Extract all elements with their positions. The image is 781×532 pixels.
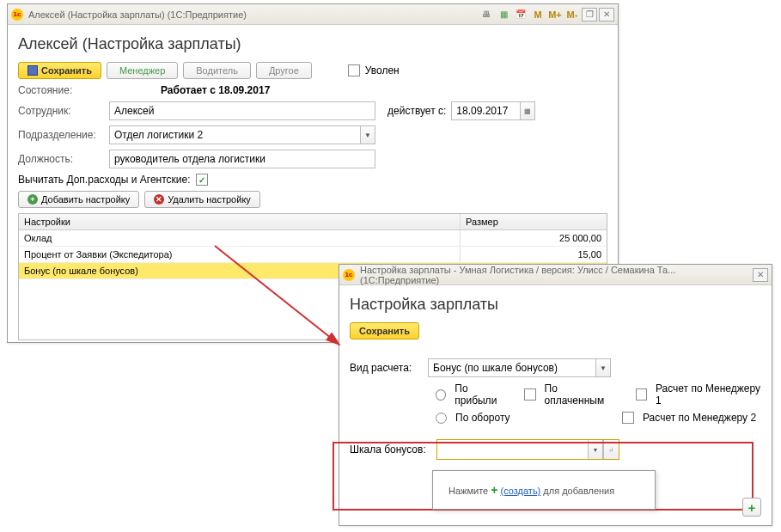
delete-setting-label: Удалить настройку [168, 194, 251, 205]
add-button[interactable]: + [742, 498, 761, 517]
paid-label: По оплаченным [545, 382, 615, 407]
deduct-label: Вычитать Доп.расходы и Агентские: [18, 174, 191, 186]
table-row[interactable]: Оклад 25 000,00 [19, 230, 607, 247]
app-icon: 1c [343, 269, 355, 281]
cell-name: Процент от Заявки (Экспедитора) [19, 247, 461, 262]
table-row[interactable]: Процент от Заявки (Экспедитора) 15,00 [19, 247, 607, 263]
dropdown-hint-panel: Нажмите + (создать) для добавления [432, 470, 656, 510]
mem-mplus-icon[interactable]: M+ [547, 8, 563, 21]
chevron-down-icon[interactable]: ▼ [595, 358, 611, 377]
radio-turnover[interactable] [436, 413, 447, 424]
dept-input[interactable] [109, 125, 360, 144]
calc-icon[interactable]: ▦ [496, 8, 511, 21]
detail-save-button[interactable]: Сохранить [350, 322, 419, 339]
plus-icon: + [491, 483, 497, 497]
print-icon[interactable]: 🖶 [479, 8, 494, 21]
tab-driver[interactable]: Водитель [183, 62, 251, 79]
valid-from-label: действует с: [387, 105, 446, 117]
tab-manager[interactable]: Менеджер [107, 62, 178, 79]
position-input[interactable] [109, 150, 375, 168]
employee-input[interactable] [109, 101, 375, 120]
restore-icon[interactable]: ❐ [582, 8, 597, 21]
employee-label: Сотрудник: [18, 105, 104, 117]
detail-titlebar: 1c Настройка зарплаты - Умная Логистика … [339, 265, 772, 285]
detail-heading: Настройка зарплаты [350, 296, 761, 314]
radio-turnover-label: По обороту [455, 412, 510, 424]
fired-label: Уволен [365, 64, 400, 76]
save-button[interactable]: Сохранить [18, 62, 101, 79]
fired-checkbox[interactable] [348, 64, 360, 76]
calc-type-input[interactable] [428, 358, 595, 377]
cross-icon: ✕ [154, 194, 164, 205]
radio-profit[interactable] [436, 389, 446, 401]
main-titlebar: 1c Алексей (Настройка зарплаты) (1С:Пред… [8, 4, 618, 25]
detail-title: Настройка зарплаты - Умная Логистика / в… [360, 265, 753, 285]
close-icon[interactable]: ✕ [753, 268, 768, 282]
position-label: Должность: [18, 153, 104, 165]
state-value: Работает с 18.09.2017 [161, 84, 270, 96]
create-link[interactable]: (создать) [500, 486, 540, 496]
delete-setting-button[interactable]: ✕ Удалить настройку [144, 191, 260, 208]
state-label: Состояние: [18, 84, 104, 96]
mgr1-checkbox[interactable] [636, 388, 647, 401]
mgr2-checkbox[interactable] [622, 412, 634, 424]
hint-prefix: Нажмите [448, 486, 491, 496]
radio-profit-label: По прибыли [455, 382, 509, 407]
deduct-checkbox[interactable] [196, 174, 208, 186]
cell-value: 25 000,00 [461, 230, 607, 246]
calendar-icon[interactable]: 📅 [513, 8, 528, 21]
close-icon[interactable]: ✕ [599, 8, 614, 21]
chevron-down-icon[interactable]: ▼ [360, 125, 375, 144]
mem-mminus-icon[interactable]: M- [564, 8, 580, 21]
calc-type-label: Вид расчета: [350, 362, 423, 374]
th-settings[interactable]: Настройки [19, 214, 461, 229]
cell-name: Оклад [19, 230, 461, 246]
date-picker-icon[interactable]: ▦ [520, 101, 535, 120]
mem-m-icon[interactable]: M [530, 8, 546, 21]
save-icon [27, 65, 38, 76]
add-setting-button[interactable]: + Добавить настройку [18, 191, 139, 208]
plus-icon: + [748, 500, 756, 515]
mgr1-label: Расчет по Менеджеру 1 [656, 382, 761, 407]
page-heading: Алексей (Настройка зарплаты) [18, 35, 607, 53]
mgr2-label: Расчет по Менеджеру 2 [643, 412, 756, 424]
main-title: Алексей (Настройка зарплаты) (1С:Предпри… [28, 9, 479, 20]
th-size[interactable]: Размер [461, 214, 607, 229]
save-label: Сохранить [41, 65, 92, 76]
add-setting-label: Добавить настройку [41, 194, 130, 205]
cell-value: 15,00 [461, 247, 607, 262]
tab-other[interactable]: Другое [256, 62, 312, 79]
plus-icon: + [27, 194, 38, 205]
app-icon: 1c [11, 9, 23, 21]
dept-label: Подразделение: [18, 129, 104, 141]
hint-suffix: для добавления [543, 486, 614, 496]
valid-from-input[interactable] [451, 101, 520, 120]
detail-window: 1c Настройка зарплаты - Умная Логистика … [339, 264, 772, 526]
paid-checkbox[interactable] [524, 388, 535, 401]
save-label: Сохранить [359, 326, 410, 336]
